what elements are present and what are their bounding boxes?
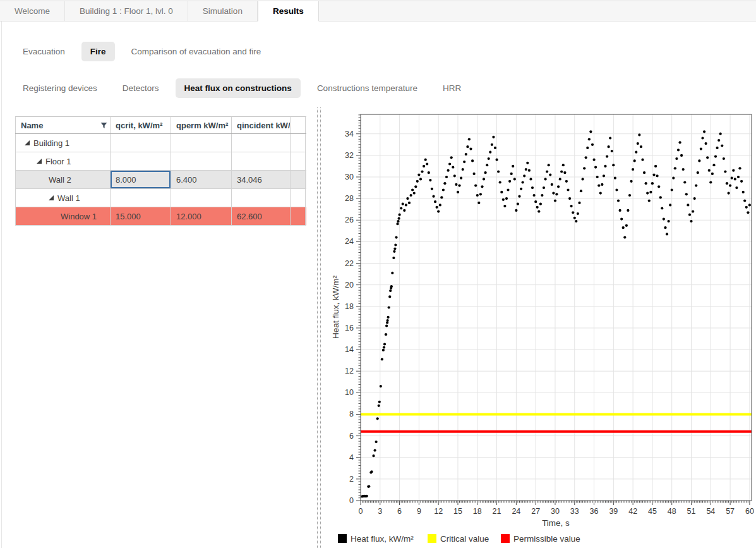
value-cell[interactable]: 8.000 bbox=[111, 171, 171, 188]
table-row-window-1[interactable]: Window 115.00012.00062.600 bbox=[15, 207, 306, 226]
value-cell[interactable] bbox=[232, 152, 291, 170]
tree-item-label: Building 1 bbox=[33, 138, 69, 148]
column-header-qcrit-kw-m[interactable]: qcrit, kW/m² bbox=[111, 117, 171, 133]
column-header-label: qcrit, kW/m² bbox=[116, 121, 162, 130]
tree-name-cell[interactable]: Wall 2 bbox=[15, 171, 111, 188]
tree-name-cell[interactable]: Floor 1 bbox=[15, 152, 111, 170]
value-cell[interactable]: 12.000 bbox=[171, 207, 232, 225]
svg-text:8: 8 bbox=[349, 410, 354, 418]
tree-name-cell[interactable]: Wall 1 bbox=[15, 189, 111, 207]
value-cell[interactable]: 15.000 bbox=[111, 207, 171, 225]
column-header-label: qperm kW/m² bbox=[176, 121, 228, 130]
tab-constructions-temperature[interactable]: Constructions temperature bbox=[308, 78, 426, 98]
column-header-label: qincident kW/m² bbox=[237, 121, 291, 130]
table-row-building-1[interactable]: Building 1 bbox=[15, 134, 306, 152]
svg-text:32: 32 bbox=[345, 151, 354, 160]
row-spacer-cell bbox=[291, 134, 306, 152]
value-cell[interactable] bbox=[232, 189, 291, 207]
constructions-table: Nameqcrit, kW/m²qperm kW/m²qincident kW/… bbox=[15, 116, 306, 226]
svg-text:51: 51 bbox=[687, 507, 696, 516]
svg-text:12: 12 bbox=[434, 507, 443, 516]
svg-text:10: 10 bbox=[345, 388, 354, 397]
tree-name-cell[interactable]: Window 1 bbox=[15, 207, 111, 225]
value-cell[interactable]: 6.400 bbox=[171, 171, 232, 188]
tab-hrr[interactable]: HRR bbox=[434, 78, 470, 98]
table-row-floor-1[interactable]: Floor 1 bbox=[15, 152, 306, 171]
funnel-icon[interactable] bbox=[100, 122, 107, 129]
svg-text:26: 26 bbox=[345, 216, 354, 224]
svg-text:33: 33 bbox=[570, 507, 579, 516]
column-header-qincident-kw-m[interactable]: qincident kW/m² bbox=[232, 117, 291, 133]
expander-collapse-icon[interactable] bbox=[37, 159, 42, 164]
value-cell[interactable] bbox=[171, 134, 232, 152]
value-cell[interactable] bbox=[171, 189, 232, 207]
value-cell[interactable] bbox=[111, 152, 171, 170]
window-tab-welcome[interactable]: Welcome bbox=[0, 1, 65, 21]
svg-text:18: 18 bbox=[473, 507, 482, 516]
svg-text:21: 21 bbox=[493, 507, 501, 516]
column-header-qperm-kw-m[interactable]: qperm kW/m² bbox=[171, 117, 232, 133]
tab-evacuation[interactable]: Evacuation bbox=[14, 42, 74, 61]
svg-text:0: 0 bbox=[359, 507, 363, 516]
table-row-wall-1[interactable]: Wall 1 bbox=[15, 189, 306, 207]
tab-registering-devices[interactable]: Registering devices bbox=[14, 78, 106, 98]
tree-item-label: Window 1 bbox=[61, 212, 97, 221]
row-spacer-cell bbox=[291, 207, 306, 225]
window-tab-building-1-floor-1-lvl-0[interactable]: Building 1 : Floor 1, lvl. 0 bbox=[65, 1, 188, 21]
row-spacer-cell bbox=[291, 152, 306, 170]
svg-text:20: 20 bbox=[345, 281, 354, 289]
legend-label: Critical value bbox=[440, 534, 489, 544]
tree-name-cell[interactable]: Building 1 bbox=[15, 134, 111, 152]
value-cell[interactable]: 62.600 bbox=[232, 207, 291, 225]
svg-text:6: 6 bbox=[349, 432, 354, 441]
row-spacer-cell bbox=[291, 171, 306, 188]
svg-text:30: 30 bbox=[551, 507, 560, 516]
value-cell[interactable] bbox=[232, 134, 291, 152]
svg-text:42: 42 bbox=[628, 507, 637, 516]
svg-text:22: 22 bbox=[345, 259, 354, 268]
value-cell[interactable] bbox=[111, 189, 171, 207]
svg-text:14: 14 bbox=[345, 345, 354, 354]
svg-text:9: 9 bbox=[417, 507, 421, 516]
table-row-wall-2[interactable]: Wall 28.0006.40034.046 bbox=[15, 171, 306, 189]
svg-text:54: 54 bbox=[706, 507, 715, 516]
table-header-row: Nameqcrit, kW/m²qperm kW/m²qincident kW/… bbox=[15, 116, 306, 134]
window-tab-bar: WelcomeBuilding 1 : Floor 1, lvl. 0Simul… bbox=[0, 0, 756, 21]
content-left-border bbox=[1, 21, 2, 548]
svg-text:36: 36 bbox=[590, 507, 599, 516]
tree-item-label: Floor 1 bbox=[45, 157, 71, 166]
svg-text:30: 30 bbox=[345, 173, 354, 181]
tree-item-label: Wall 2 bbox=[49, 175, 71, 185]
svg-text:34: 34 bbox=[345, 130, 354, 138]
tab-fire[interactable]: Fire bbox=[81, 42, 115, 61]
legend-swatch-heat-flux-kw-m bbox=[338, 534, 347, 543]
svg-text:15: 15 bbox=[453, 507, 462, 516]
x-axis-label: Time, s bbox=[542, 518, 570, 528]
expander-collapse-icon[interactable] bbox=[49, 195, 54, 200]
y-axis-label: Heat flux, kW/m² bbox=[331, 276, 340, 339]
svg-text:48: 48 bbox=[668, 507, 676, 516]
value-cell[interactable] bbox=[171, 152, 232, 170]
tab-comparison-of-evacuation-and-fire[interactable]: Comparison of evacuation and fire bbox=[123, 42, 270, 61]
column-header-name[interactable]: Name bbox=[15, 117, 111, 133]
column-header-label: Name bbox=[21, 121, 43, 130]
svg-text:12: 12 bbox=[345, 367, 354, 375]
svg-text:3: 3 bbox=[378, 507, 382, 516]
result-mode-tabs: EvacuationFireComparison of evacuation a… bbox=[14, 42, 270, 61]
tab-detectors[interactable]: Detectors bbox=[114, 78, 168, 98]
value-cell[interactable] bbox=[111, 134, 171, 152]
window-tab-results[interactable]: Results bbox=[258, 1, 319, 21]
svg-text:6: 6 bbox=[397, 507, 402, 516]
value-cell[interactable]: 34.046 bbox=[232, 171, 291, 188]
expander-collapse-icon[interactable] bbox=[25, 140, 30, 145]
window-tab-simulation[interactable]: Simulation bbox=[188, 1, 258, 21]
svg-text:24: 24 bbox=[345, 237, 354, 246]
svg-text:45: 45 bbox=[648, 507, 657, 516]
tab-heat-flux-on-constructions[interactable]: Heat flux on constructions bbox=[176, 78, 301, 98]
svg-text:57: 57 bbox=[726, 507, 735, 516]
svg-text:60: 60 bbox=[745, 507, 754, 516]
svg-text:4: 4 bbox=[349, 453, 354, 462]
legend-swatch-permissible-value bbox=[501, 534, 510, 543]
row-spacer-cell bbox=[291, 189, 306, 207]
tree-item-label: Wall 1 bbox=[57, 193, 80, 203]
